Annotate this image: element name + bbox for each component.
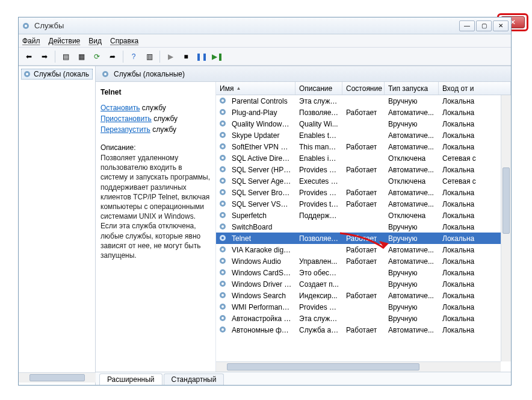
columns-button[interactable]: ▥ [143, 50, 156, 63]
cell-desc: Поддержи... [295, 211, 342, 220]
table-row[interactable]: SQL Server (HPDS...Provides st...Работае… [216, 164, 511, 175]
cell-name: Skype Updater [228, 131, 295, 140]
cell-startup: Автоматиче... [385, 326, 439, 334]
table-row[interactable]: SQL Active Direct...Enables int...Отключ… [216, 152, 511, 164]
col-desc[interactable]: Описание [295, 82, 342, 95]
table-row[interactable]: SQL Server BrowserProvides S...РаботаетА… [216, 187, 511, 198]
properties-button[interactable]: ▦ [75, 50, 88, 63]
tab-standard[interactable]: Стандартный [164, 373, 224, 385]
view-tabs: Расширенный Стандартный [96, 372, 511, 385]
svg-point-15 [221, 145, 224, 148]
restart-link[interactable]: Перезапустить [101, 125, 150, 134]
refresh-button[interactable]: ⟳ [90, 50, 104, 63]
menubar: Файл Действие Вид Справка [19, 34, 511, 48]
table-row[interactable]: VIA Karaoke digita...РаботаетАвтоматиче.… [216, 244, 511, 255]
close-button[interactable]: ✕ [493, 20, 509, 31]
table-row[interactable]: SQL Server VSS Wr...Provides th...Работа… [216, 198, 511, 210]
cell-name: Windows Search [228, 292, 295, 300]
table-row[interactable]: Автонастройка W...Эта служб...ВручнуюЛок… [216, 313, 511, 324]
scroll-thumb[interactable] [227, 363, 419, 370]
show-hide-tree-button[interactable]: ▤ [59, 50, 72, 63]
service-description: Позволяет удаленному пользователю входит… [101, 153, 211, 260]
table-row[interactable]: TelnetПозволяет...РаботаетВручнуюЛокальн… [216, 233, 511, 244]
cell-logon: Локальна [439, 314, 511, 323]
cell-name: SQL Server VSS Wr... [228, 200, 295, 208]
pause-service-button[interactable]: ❚❚ [195, 50, 208, 63]
table-row[interactable]: WMI Performance...Provides p...ВручнуюЛо… [216, 301, 511, 313]
tree-horizontal-scrollbar[interactable] [19, 372, 96, 383]
service-list: Имя▲ Описание Состояние Тип запуска Вход… [216, 82, 511, 372]
svg-point-13 [221, 134, 224, 136]
help-button[interactable]: ? [127, 50, 140, 63]
tab-extended[interactable]: Расширенный [99, 373, 162, 385]
start-service-button[interactable]: ▶ [164, 50, 177, 63]
cell-logon: Локальна [439, 292, 511, 300]
table-row[interactable]: SQL Server Agent ...Executes jo...Отключ… [216, 175, 511, 187]
stop-service-button[interactable]: ■ [179, 50, 193, 63]
gear-icon [218, 131, 228, 140]
svg-point-5 [104, 73, 107, 75]
cell-desc: Enables int... [295, 154, 342, 163]
table-row[interactable]: SwitchBoardВручнуюЛокальна [216, 221, 511, 233]
gear-icon [218, 234, 228, 243]
col-name[interactable]: Имя▲ [216, 82, 295, 95]
svg-point-3 [26, 73, 28, 75]
cell-startup: Отключена [385, 154, 439, 163]
cell-desc: Executes jo... [295, 177, 342, 186]
svg-point-43 [221, 305, 224, 308]
nav-back-button[interactable]: ⬅ [22, 50, 36, 63]
table-row[interactable]: Skype UpdaterEnables th...Автоматиче...Л… [216, 130, 511, 141]
cell-name: Автонастройка W... [228, 314, 295, 323]
minimize-button[interactable]: — [459, 20, 475, 31]
pane-header: Службы (локальные) [96, 66, 511, 82]
tree-pane[interactable]: Службы (локаль [19, 66, 96, 385]
svg-point-23 [221, 191, 224, 193]
maximize-button[interactable]: ▢ [476, 20, 492, 31]
rows-container[interactable]: Parental ControlsЭта служб...ВручнуюЛока… [216, 95, 511, 372]
cell-logon: Локальна [439, 200, 511, 208]
export-button[interactable]: ➦ [106, 50, 119, 63]
menu-action[interactable]: Действие [49, 37, 81, 45]
table-row[interactable]: Quality Windows ...Quality Wi...ВручнуюЛ… [216, 118, 511, 130]
detail-pane: Telnet Остановить службу Приостановить с… [96, 82, 216, 372]
col-logon[interactable]: Вход от и [439, 82, 511, 95]
cell-logon: Локальна [439, 131, 511, 140]
menu-view[interactable]: Вид [88, 37, 102, 45]
services-icon [21, 21, 31, 31]
col-state[interactable]: Состояние [342, 82, 385, 95]
cell-state: Работает [342, 257, 385, 266]
pause-link[interactable]: Приостановить [101, 114, 152, 123]
horizontal-scrollbar[interactable] [216, 361, 501, 372]
menu-help[interactable]: Справка [110, 37, 138, 45]
table-row[interactable]: Windows AudioУправлен...РаботаетАвтомати… [216, 255, 511, 267]
col-startup[interactable]: Тип запуска [385, 82, 439, 95]
table-row[interactable]: Автономные фай...Служба ав...РаботаетАвт… [216, 324, 511, 336]
scroll-thumb[interactable] [29, 374, 85, 381]
table-row[interactable]: Plug-and-PlayПозволяет...РаботаетАвтомат… [216, 107, 511, 118]
scroll-thumb[interactable] [503, 167, 510, 234]
svg-point-9 [221, 111, 224, 113]
nav-forward-button[interactable]: ➡ [38, 50, 51, 63]
menu-file[interactable]: Файл [22, 37, 40, 45]
table-row[interactable]: Windows Driver F...Создает п...ВручнуюЛо… [216, 278, 511, 290]
cell-startup: Вручную [385, 234, 439, 243]
restart-service-button[interactable]: ▶❚ [211, 50, 224, 63]
cell-state: Работает [342, 166, 385, 174]
table-row[interactable]: Windows SearchИндексир...РаботаетАвтомат… [216, 290, 511, 301]
gear-icon [23, 70, 31, 78]
cell-startup: Автоматиче... [385, 257, 439, 266]
tree-node-services[interactable]: Службы (локаль [21, 69, 93, 80]
gear-icon [218, 177, 228, 186]
table-row[interactable]: SuperfetchПоддержи...ОтключенаЛокальна [216, 210, 511, 221]
titlebar[interactable]: Службы — ▢ ✕ [19, 17, 511, 34]
service-actions: Остановить службу Приостановить службу П… [101, 102, 211, 135]
table-row[interactable]: Parental ControlsЭта служб...ВручнуюЛока… [216, 95, 511, 107]
cell-name: Windows CardSpa... [228, 269, 295, 277]
vertical-scrollbar[interactable] [501, 95, 511, 361]
table-row[interactable]: SoftEther VPN Cli...This mana...Работает… [216, 141, 511, 152]
table-row[interactable]: Windows CardSpa...Это обесп...ВручнуюЛок… [216, 267, 511, 278]
svg-point-39 [221, 283, 224, 285]
right-pane: Службы (локальные) Telnet Остановить слу… [96, 66, 511, 385]
stop-link[interactable]: Остановить [101, 104, 140, 112]
cell-desc: Provides th... [295, 200, 342, 208]
